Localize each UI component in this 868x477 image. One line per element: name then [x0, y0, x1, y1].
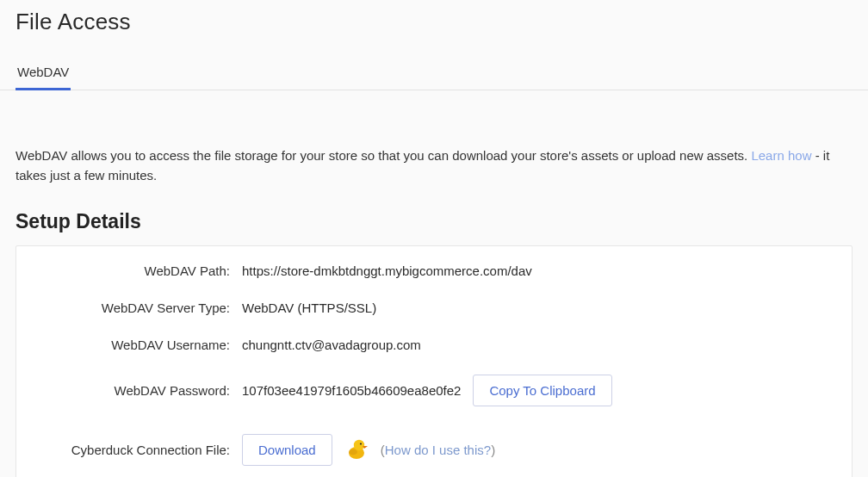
- row-server-type: WebDAV Server Type: WebDAV (HTTPS/SSL): [32, 300, 836, 315]
- paren-close: ): [491, 443, 495, 457]
- row-connection-file: Cyberduck Connection File: Download (How…: [32, 434, 836, 466]
- how-use-wrapper: (How do I use this?): [381, 443, 495, 457]
- learn-how-link[interactable]: Learn how: [751, 148, 811, 163]
- row-webdav-path: WebDAV Path: https://store-dmkbtdnggt.my…: [32, 263, 836, 278]
- label-password: WebDAV Password:: [32, 383, 242, 398]
- cyberduck-icon: [344, 437, 369, 463]
- svg-point-1: [354, 439, 364, 449]
- value-webdav-path: https://store-dmkbtdnggt.mybigcommerce.c…: [242, 263, 532, 278]
- tabs-bar: WebDAV: [0, 35, 868, 90]
- value-password: 107f03ee41979f1605b46609ea8e0fe2: [242, 383, 461, 398]
- value-username: chungntt.ctv@avadagroup.com: [242, 338, 421, 352]
- intro-text-part1: WebDAV allows you to access the file sto…: [16, 148, 751, 163]
- tab-webdav[interactable]: WebDAV: [16, 56, 71, 90]
- page-title: File Access: [0, 0, 868, 35]
- intro-paragraph: WebDAV allows you to access the file sto…: [0, 90, 868, 186]
- label-server-type: WebDAV Server Type:: [32, 300, 242, 315]
- value-server-type: WebDAV (HTTPS/SSL): [242, 300, 376, 315]
- svg-point-2: [360, 443, 362, 444]
- how-do-i-use-this-link[interactable]: How do I use this?: [385, 443, 491, 457]
- setup-details-card: WebDAV Path: https://store-dmkbtdnggt.my…: [16, 245, 852, 478]
- label-webdav-path: WebDAV Path:: [32, 263, 242, 278]
- row-username: WebDAV Username: chungntt.ctv@avadagroup…: [32, 338, 836, 352]
- svg-point-3: [349, 449, 357, 454]
- label-connection-file: Cyberduck Connection File:: [32, 443, 242, 457]
- copy-to-clipboard-button[interactable]: Copy To Clipboard: [473, 375, 611, 406]
- download-button[interactable]: Download: [242, 434, 332, 466]
- row-password: WebDAV Password: 107f03ee41979f1605b4660…: [32, 375, 836, 406]
- setup-details-heading: Setup Details: [0, 186, 868, 245]
- label-username: WebDAV Username:: [32, 338, 242, 352]
